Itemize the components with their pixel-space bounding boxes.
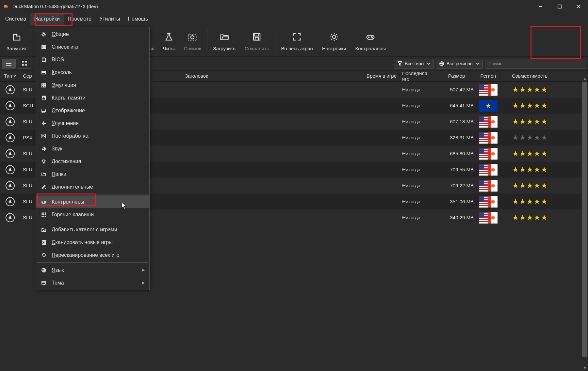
menu-item-wrench[interactable]: Дополнительные (36, 180, 149, 193)
filter-region-label: Все регионы (447, 61, 473, 66)
view-grid-button[interactable] (18, 59, 31, 69)
menu-item-label: Добавить каталог с играми... (52, 227, 122, 233)
svg-rect-35 (42, 58, 45, 61)
cell-last: Никогда (400, 98, 437, 114)
sort-icon (13, 75, 16, 77)
col-compat[interactable]: Совместимость (500, 70, 559, 81)
settings-dropdown-menu: ОбщиеСписок игрBIOSКонсольЭмуляцияКарты … (36, 27, 150, 290)
load-button[interactable]: Загрузить (209, 26, 240, 55)
menu-просмотр[interactable]: Просмотр (64, 13, 95, 25)
cell-played (359, 114, 400, 130)
cell-size: 507.42 MB (437, 82, 476, 98)
window-controls (531, 0, 588, 13)
flag-usca-icon (479, 84, 498, 96)
disc-icon (6, 165, 15, 174)
menu-item-label: Постобработка (52, 133, 89, 139)
menu-item-chip[interactable]: BIOS (36, 53, 149, 66)
menu-item-gear[interactable]: Общие (36, 28, 149, 40)
menu-item-scan[interactable]: Сканировать новые игры (36, 236, 149, 249)
cell-type (0, 98, 20, 114)
col-played[interactable]: Время в игре (359, 70, 400, 81)
maximize-button[interactable] (550, 0, 569, 13)
cell-played (359, 193, 400, 209)
star-icon: ★ (534, 133, 540, 142)
menu-item-sparkle[interactable]: Улучшения (36, 117, 149, 130)
menubar: СистемаНастройкиПросмотрУтилитыПомощь (0, 13, 588, 25)
menu-item-label: Карты памяти (52, 95, 86, 101)
search-input[interactable]: Поиск... (485, 59, 586, 69)
menu-item-globe[interactable]: Язык▶ (36, 264, 149, 276)
folder-icon (41, 172, 47, 177)
menu-item-hotkeys[interactable]: Горячие клавиши (36, 208, 149, 221)
menu-item-rescan[interactable]: Пересканирование всех игр (36, 249, 149, 261)
cell-serial: SLU (20, 162, 34, 178)
star-icon: ★ (534, 181, 540, 190)
console-icon (41, 70, 47, 75)
menu-item-emulation[interactable]: Эмуляция (36, 79, 149, 91)
disc-icon (6, 181, 15, 190)
fullscreen-button[interactable]: Во весь экран (277, 26, 318, 55)
col-size[interactable]: Размер (437, 70, 476, 81)
globe-icon (41, 268, 47, 273)
col-serial[interactable]: Сер (20, 70, 34, 81)
menu-item-display[interactable]: Отображение (36, 104, 149, 117)
cell-type (0, 130, 20, 146)
filter-region-dropdown[interactable]: Все регионы (436, 59, 483, 69)
cell-size: 645.41 MB (437, 98, 476, 114)
menu-item-controller[interactable]: Контроллеры (36, 195, 149, 208)
col-region[interactable]: Регион (476, 70, 500, 81)
app-icon (3, 3, 9, 10)
flask-icon (164, 30, 174, 44)
scrollbar-thumb[interactable] (582, 82, 587, 357)
close-button[interactable] (569, 0, 588, 13)
gear-icon (329, 30, 339, 44)
menu-item-label: Папки (52, 171, 66, 177)
scroll-down-arrow[interactable]: ▾ (581, 364, 588, 371)
col-type[interactable]: Тип (0, 70, 20, 81)
minimize-button[interactable] (531, 0, 550, 13)
cheats-button[interactable]: Читы (158, 26, 179, 55)
menu-item-console[interactable]: Консоль (36, 66, 149, 79)
flag-usca-icon (479, 164, 498, 176)
folder-open-icon (220, 30, 229, 44)
cell-type (0, 193, 20, 209)
settings-button[interactable]: Настройки (318, 26, 351, 55)
menu-система[interactable]: Система (1, 13, 30, 25)
svg-rect-24 (22, 61, 24, 63)
menu-item-label: BIOS (52, 57, 64, 63)
svg-rect-47 (42, 85, 43, 87)
wrench-icon (41, 184, 47, 190)
star-icon: ★ (519, 117, 526, 126)
menu-item-folder[interactable]: Папки (36, 168, 149, 180)
menu-item-add-folder[interactable]: Добавить каталог с играми... (36, 223, 149, 236)
view-list-button[interactable] (2, 59, 16, 69)
menu-item-trophy[interactable]: Достижения (36, 155, 149, 168)
menu-item-list[interactable]: Список игр (36, 40, 149, 53)
menu-item-postproc[interactable]: Постобработка (36, 130, 149, 142)
menu-настройки[interactable]: Настройки (30, 13, 63, 25)
col-last[interactable]: Последняя игр (400, 70, 437, 81)
star-icon: ★ (541, 213, 547, 222)
start-button[interactable]: Запустит (2, 26, 31, 55)
menu-помощь[interactable]: Помощь (124, 13, 152, 25)
filter-type-dropdown[interactable]: Все типы (394, 59, 434, 69)
screenshot-button[interactable]: Снимок (179, 26, 206, 55)
vertical-scrollbar[interactable]: ▴ ▾ (581, 82, 588, 371)
cell-compat: ★★★★★ (500, 178, 559, 193)
scroll-up-arrow[interactable]: ▴ (581, 75, 588, 82)
gear-icon (41, 32, 47, 37)
cell-compat: ★★★★★ (500, 193, 559, 209)
add-folder-icon (41, 227, 47, 232)
menu-item-sound[interactable]: Звук (36, 142, 149, 155)
star-icon: ★ (527, 165, 533, 174)
save-button[interactable]: Сохранить (240, 26, 274, 55)
menu-item-label: Достижения (52, 159, 81, 164)
svg-point-11 (191, 36, 194, 39)
controllers-button[interactable]: Контроллеры (351, 26, 390, 55)
hotkeys-icon (41, 212, 47, 217)
menu-item-memcard[interactable]: Карты памяти (36, 91, 149, 104)
disc-icon (6, 133, 15, 142)
menu-утилиты[interactable]: Утилиты (95, 13, 124, 25)
menu-item-theme[interactable]: Тема▶ (36, 276, 149, 289)
menu-item-label: Эмуляция (52, 82, 76, 88)
